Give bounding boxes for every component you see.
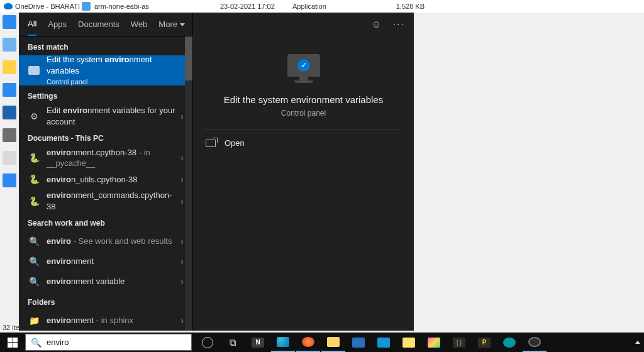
app-notion[interactable]: N bbox=[246, 333, 270, 352]
section-folders: Folders bbox=[19, 292, 192, 311]
result-title: environment.cpython-38 - in __pycache__ bbox=[47, 147, 178, 169]
file-size: 1,528 KB bbox=[387, 3, 425, 10]
desktop-icon[interactable] bbox=[3, 60, 16, 74]
result-title: environ_utils.cpython-38 bbox=[47, 174, 178, 185]
search-results-pane: All Apps Documents Web More Best match E… bbox=[19, 13, 192, 331]
search-preview-pane: ☺ ··· ✓ Edit the system environment vari… bbox=[192, 13, 414, 331]
system-tray[interactable] bbox=[635, 333, 644, 352]
result-title: enviro - See work and web results bbox=[47, 236, 178, 247]
file-name: arm-none-eabi-as bbox=[94, 3, 220, 10]
task-view-icon[interactable]: ⧉ bbox=[221, 333, 245, 352]
tab-apps[interactable]: Apps bbox=[48, 13, 67, 35]
file-type: Application bbox=[292, 3, 387, 10]
result-doc-0[interactable]: 🐍 environment.cpython-38 - in __pycache_… bbox=[19, 146, 192, 170]
taskbar-search-box[interactable]: 🔍 bbox=[25, 334, 192, 351]
app-store[interactable] bbox=[347, 333, 370, 352]
chevron-down-icon bbox=[180, 23, 185, 26]
start-button[interactable] bbox=[0, 333, 25, 352]
desktop-icon[interactable] bbox=[3, 38, 16, 52]
result-doc-2[interactable]: 🐍 environment_commands.cpython-38 › bbox=[19, 189, 192, 212]
section-best-match: Best match bbox=[19, 36, 192, 55]
explorer-title: OneDrive - BHARATI bbox=[15, 3, 80, 10]
result-title: environment - in sphinx bbox=[47, 315, 178, 326]
feedback-icon[interactable]: ☺ bbox=[371, 19, 381, 30]
result-web-0[interactable]: 🔍 enviro - See work and web results › bbox=[19, 231, 192, 251]
preview-open-action[interactable]: Open bbox=[193, 129, 414, 157]
app-notes[interactable] bbox=[397, 333, 421, 352]
result-title: environment variable bbox=[47, 276, 178, 287]
app-mail[interactable] bbox=[372, 333, 396, 352]
tab-all[interactable]: All bbox=[28, 13, 36, 36]
section-settings: Settings bbox=[19, 85, 192, 104]
search-icon: 🔍 bbox=[28, 275, 40, 288]
desktop-icon[interactable] bbox=[3, 128, 16, 142]
app-code[interactable]: { } bbox=[447, 333, 471, 352]
results-scrollbar[interactable] bbox=[185, 36, 192, 331]
result-settings-env-user[interactable]: ⚙ Edit environment variables for your ac… bbox=[19, 104, 192, 128]
search-icon: 🔍 bbox=[28, 235, 40, 248]
tab-web[interactable]: Web bbox=[131, 13, 148, 35]
search-icon: 🔍 bbox=[28, 255, 40, 268]
section-documents: Documents - This PC bbox=[19, 128, 192, 146]
desktop-icon[interactable] bbox=[3, 83, 16, 97]
app-arduino[interactable] bbox=[497, 333, 521, 352]
tray-overflow-icon[interactable] bbox=[635, 341, 640, 344]
section-work-web: Search work and web bbox=[19, 212, 192, 231]
result-title: environment bbox=[47, 256, 178, 267]
python-file-icon: 🐍 bbox=[28, 173, 40, 185]
preview-title: Edit the system environment variables bbox=[224, 94, 383, 105]
control-panel-icon bbox=[28, 64, 40, 77]
result-web-1[interactable]: 🔍 environment › bbox=[19, 251, 192, 272]
scrollbar-thumb[interactable] bbox=[185, 36, 192, 80]
folder-icon: 📁 bbox=[28, 314, 40, 327]
tab-more[interactable]: More bbox=[158, 13, 185, 35]
app-pycharm[interactable]: P bbox=[472, 333, 496, 352]
desktop-icon[interactable] bbox=[3, 15, 16, 29]
onedrive-cloud-icon bbox=[4, 3, 13, 9]
app-explorer[interactable] bbox=[321, 333, 345, 352]
result-best-match[interactable]: Edit the system environment variables Co… bbox=[19, 55, 192, 85]
desktop-icon-strip bbox=[0, 13, 19, 327]
taskbar-apps: ⧉ N { } P bbox=[196, 333, 547, 352]
python-file-icon: 🐍 bbox=[28, 151, 40, 164]
app-obs[interactable] bbox=[523, 333, 547, 352]
result-subtitle: Control panel bbox=[47, 77, 186, 87]
search-header-actions: ☺ ··· bbox=[193, 13, 414, 36]
file-date: 23-02-2021 17:02 bbox=[220, 3, 292, 10]
checkmark-icon: ✓ bbox=[297, 59, 310, 72]
start-search-panel: All Apps Documents Web More Best match E… bbox=[19, 13, 414, 331]
result-web-2[interactable]: 🔍 environment variable › bbox=[19, 272, 192, 292]
result-title: Edit the system environment variables bbox=[47, 54, 186, 76]
file-icon bbox=[82, 2, 91, 11]
explorer-file-row: arm-none-eabi-as 23-02-2021 17:02 Applic… bbox=[82, 0, 425, 13]
gear-icon: ⚙ bbox=[28, 110, 40, 123]
app-firefox[interactable] bbox=[296, 333, 320, 352]
search-icon: 🔍 bbox=[31, 338, 42, 348]
taskbar: 🔍 ⧉ N { } P bbox=[0, 333, 644, 352]
preview-subtitle: Control panel bbox=[281, 109, 326, 118]
preview-app-icon: ✓ bbox=[287, 54, 320, 77]
open-icon bbox=[206, 140, 216, 147]
cortana-icon[interactable] bbox=[196, 333, 219, 352]
windows-logo-icon bbox=[8, 338, 18, 348]
monitor-base-icon bbox=[294, 80, 313, 83]
tab-documents[interactable]: Documents bbox=[78, 13, 119, 35]
result-folder-0[interactable]: 📁 environment - in sphinx › bbox=[19, 311, 192, 331]
result-title: environment_commands.cpython-38 bbox=[47, 190, 178, 212]
desktop-icon[interactable] bbox=[3, 173, 16, 187]
result-doc-1[interactable]: 🐍 environ_utils.cpython-38 › bbox=[19, 169, 192, 189]
result-title: Edit environment variables for your acco… bbox=[47, 105, 178, 127]
search-input[interactable] bbox=[47, 334, 186, 350]
app-rainbow[interactable] bbox=[422, 333, 446, 352]
desktop-icon[interactable] bbox=[3, 151, 16, 165]
open-label: Open bbox=[225, 138, 245, 148]
python-file-icon: 🐍 bbox=[28, 195, 40, 207]
more-options-icon[interactable]: ··· bbox=[393, 19, 405, 30]
preview-card: ✓ Edit the system environment variables … bbox=[193, 36, 414, 118]
app-edge[interactable] bbox=[271, 333, 295, 352]
desktop-icon[interactable] bbox=[3, 106, 16, 119]
search-scope-tabs: All Apps Documents Web More bbox=[19, 13, 192, 36]
